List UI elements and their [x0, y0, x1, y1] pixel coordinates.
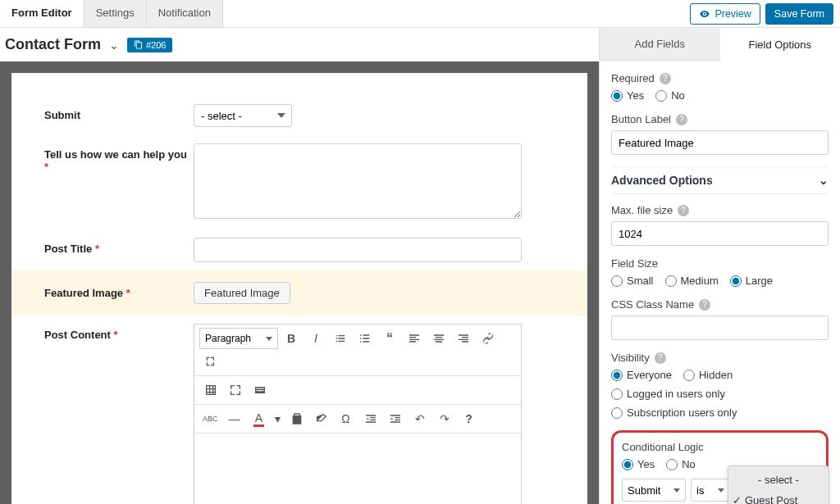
check-icon: ✓: [733, 494, 742, 504]
help-icon[interactable]: ?: [678, 205, 689, 216]
help-icon[interactable]: ?: [655, 352, 666, 364]
help-icon[interactable]: ?: [660, 73, 671, 84]
bullet-list-icon[interactable]: [329, 328, 352, 349]
form-id-text: #206: [146, 40, 166, 50]
redo-icon[interactable]: ↷: [433, 408, 456, 429]
help-icon[interactable]: ?: [699, 299, 710, 311]
table-icon[interactable]: [199, 379, 222, 401]
featured-image-button[interactable]: Featured Image: [194, 282, 290, 304]
quote-icon[interactable]: “: [378, 328, 401, 349]
tab-form-editor[interactable]: Form Editor: [0, 0, 84, 27]
field-label: Post Content *: [44, 324, 194, 341]
opt-field-size: Field Size Small Medium Large: [611, 257, 829, 287]
field-submit[interactable]: Submit - select -: [44, 96, 555, 135]
field-label: Featured Image *: [44, 282, 194, 299]
tab-field-options[interactable]: Field Options: [720, 28, 841, 61]
canvas-outer: Submit - select - Tell us how we can hel…: [0, 61, 599, 504]
css-class-input[interactable]: [611, 316, 829, 340]
opt-visibility: Visibility? Everyone Hidden Logged in us…: [611, 352, 829, 419]
paste-icon[interactable]: [285, 408, 308, 429]
hr-icon[interactable]: —: [223, 408, 246, 429]
radio-cond-yes[interactable]: Yes: [622, 458, 655, 470]
field-featured-image[interactable]: Featured Image * Featured Image: [11, 270, 587, 316]
omega-icon[interactable]: Ω: [335, 408, 358, 429]
undo-icon[interactable]: ↶: [409, 408, 431, 429]
title-row: Contact Form ⌄ #206: [0, 28, 599, 61]
textcolor-chevron-icon[interactable]: ▾: [272, 408, 284, 429]
textcolor-icon[interactable]: A: [248, 408, 271, 429]
label: Max. file size: [611, 204, 673, 216]
radio-required-yes[interactable]: Yes: [611, 89, 644, 102]
form-id-badge[interactable]: #206: [127, 38, 172, 52]
bold-icon[interactable]: B: [280, 328, 303, 349]
side-body[interactable]: Required? Yes No Button Label? Advanced …: [600, 61, 840, 504]
cond-field-select[interactable]: Submit: [622, 479, 686, 502]
opt-required: Required? Yes No: [611, 72, 829, 102]
indent-icon[interactable]: [384, 408, 407, 429]
outdent-icon[interactable]: [359, 408, 382, 429]
button-label-input[interactable]: [611, 130, 829, 155]
top-bar: Form Editor Settings Notification Previe…: [0, 0, 840, 28]
copy-icon: [134, 40, 143, 49]
help-icon[interactable]: ?: [458, 408, 481, 429]
radio-required-no[interactable]: No: [655, 89, 685, 102]
numbered-list-icon[interactable]: [354, 328, 377, 349]
field-post-content[interactable]: Post Content * Paragraph B I “: [44, 316, 555, 504]
field-post-title[interactable]: Post Title *: [44, 229, 555, 270]
rich-editor: Paragraph B I “: [194, 324, 522, 504]
paragraph-select[interactable]: Paragraph: [199, 328, 278, 349]
radio-vis-everyone[interactable]: Everyone: [611, 369, 672, 381]
dropdown-option-guest-post[interactable]: ✓Guest Post: [728, 490, 829, 504]
clear-icon[interactable]: [310, 408, 333, 429]
radio-size-small[interactable]: Small: [611, 275, 654, 287]
eye-icon: [699, 8, 710, 20]
radio-size-medium[interactable]: Medium: [665, 275, 719, 287]
label: Field Size: [611, 257, 658, 270]
cond-value-dropdown[interactable]: - select - ✓Guest Post Support Request: [728, 465, 829, 504]
radio-vis-hidden[interactable]: Hidden: [683, 369, 733, 381]
editor-toolbar-row2: [194, 376, 521, 405]
expand-icon[interactable]: [224, 379, 247, 401]
radio-vis-subscription[interactable]: Subscription users only: [611, 406, 737, 419]
top-actions: Preview Save Form: [690, 0, 840, 27]
fullscreen-icon[interactable]: [199, 351, 222, 372]
dropdown-placeholder[interactable]: - select -: [728, 470, 829, 490]
italic-icon[interactable]: I: [304, 328, 327, 349]
post-title-input[interactable]: [194, 238, 522, 262]
field-help[interactable]: Tell us how we can help you *: [44, 135, 555, 229]
align-center-icon[interactable]: [427, 328, 450, 349]
align-right-icon[interactable]: [452, 328, 475, 349]
tab-notification[interactable]: Notification: [147, 0, 223, 27]
tab-add-fields[interactable]: Add Fields: [600, 28, 720, 61]
opt-css-class: CSS Class Name?: [611, 298, 829, 340]
tab-settings[interactable]: Settings: [84, 0, 147, 27]
help-textarea[interactable]: [194, 143, 522, 219]
label: Conditional Logic: [622, 441, 704, 453]
top-tabs: Form Editor Settings Notification: [0, 0, 223, 27]
submit-select[interactable]: - select -: [194, 104, 292, 127]
save-form-button[interactable]: Save Form: [765, 3, 833, 25]
chevron-down-icon[interactable]: ⌄: [109, 39, 119, 52]
preview-label: Preview: [714, 8, 751, 20]
advanced-options-toggle[interactable]: Advanced Options ⌄: [611, 166, 829, 194]
max-file-input[interactable]: [611, 221, 829, 246]
field-label: Submit: [44, 104, 194, 121]
label: Required: [611, 72, 655, 84]
help-icon[interactable]: ?: [676, 114, 687, 125]
radio-vis-logged[interactable]: Logged in users only: [611, 388, 725, 400]
form-canvas[interactable]: Submit - select - Tell us how we can hel…: [11, 73, 587, 504]
field-label: Post Title *: [44, 238, 194, 255]
radio-size-large[interactable]: Large: [730, 275, 773, 287]
preview-button[interactable]: Preview: [690, 3, 760, 25]
cond-operator-select[interactable]: is: [691, 479, 730, 502]
editor-content[interactable]: [194, 434, 521, 504]
link-icon[interactable]: [477, 328, 500, 349]
textcolor-label-icon[interactable]: ABC: [199, 408, 221, 429]
form-title: Contact Form: [5, 36, 101, 53]
chevron-down-icon: ⌄: [819, 174, 829, 187]
radio-cond-no[interactable]: No: [666, 458, 696, 470]
label: CSS Class Name: [611, 298, 694, 311]
conditional-logic-box: Conditional Logic Yes No Submit is + − S…: [611, 430, 829, 504]
align-left-icon[interactable]: [403, 328, 426, 349]
keyboard-icon[interactable]: [249, 379, 272, 401]
